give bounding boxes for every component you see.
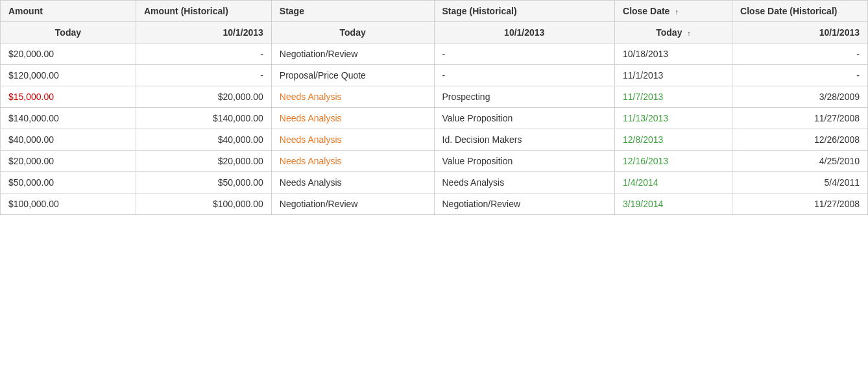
cell-close-date-1: 11/1/2013 [615,65,732,86]
cell-close-date-2: 11/7/2013 [615,86,732,108]
table-row: $50,000.00$50,000.00Needs AnalysisNeeds … [1,172,868,194]
cell-stage-hist-7: Negotiation/Review [434,194,615,215]
data-table: Amount Amount (Historical) Stage Stage (… [0,0,868,215]
cell-close-date-hist-1: - [732,65,868,86]
col-label-amount-hist: Amount (Historical) [144,6,228,16]
cell-stage-hist-2: Prospecting [434,86,615,108]
cell-close-date-hist-4: 12/26/2008 [732,129,868,151]
subheader-stage-hist[interactable]: 10/1/2013 [434,22,615,44]
cell-close-date-hist-2: 3/28/2009 [732,86,868,108]
cell-stage-hist-6: Needs Analysis [434,172,615,194]
cell-amount-hist-7: $100,000.00 [136,194,271,215]
table-row: $140,000.00$140,000.00Needs AnalysisValu… [1,108,868,129]
cell-close-date-hist-6: 5/4/2011 [732,172,868,194]
subheader-stage[interactable]: Today [271,22,434,44]
subheader-label-stage-hist: 10/1/2013 [504,27,544,38]
cell-close-date-hist-0: - [732,44,868,65]
cell-amount-hist-2: $20,000.00 [136,86,271,108]
subheader-label-amount-hist: 10/1/2013 [223,27,263,38]
cell-amount-hist-3: $140,000.00 [136,108,271,129]
table-row: $20,000.00$20,000.00Needs AnalysisValue … [1,151,868,172]
cell-stage-hist-5: Value Proposition [434,151,615,172]
col-label-close-date: Close Date [623,6,669,16]
cell-amount-6: $50,000.00 [1,172,136,194]
cell-stage-7: Negotiation/Review [271,194,434,215]
cell-amount-0: $20,000.00 [1,44,136,65]
col-label-amount: Amount [8,6,43,16]
subheader-row: Today 10/1/2013 Today 10/1/2013 Today ↑ … [1,22,868,44]
cell-amount-5: $20,000.00 [1,151,136,172]
col-label-close-date-hist: Close Date (Historical) [740,6,837,16]
subheader-amount-hist[interactable]: 10/1/2013 [136,22,271,44]
table-row: $120,000.00-Proposal/Price Quote-11/1/20… [1,65,868,86]
table-row: $40,000.00$40,000.00Needs AnalysisId. De… [1,129,868,151]
cell-amount-hist-4: $40,000.00 [136,129,271,151]
cell-stage-hist-4: Id. Decision Makers [434,129,615,151]
cell-close-date-5: 12/16/2013 [615,151,732,172]
cell-close-date-hist-7: 11/27/2008 [732,194,868,215]
cell-amount-hist-0: - [136,44,271,65]
cell-amount-4: $40,000.00 [1,129,136,151]
sort-asc-icon: ↑ [675,8,679,16]
cell-close-date-7: 3/19/2014 [615,194,732,215]
col-header-close-date[interactable]: Close Date ↑ [615,1,732,22]
table-row: $15,000.00$20,000.00Needs AnalysisProspe… [1,86,868,108]
table-row: $100,000.00$100,000.00Negotiation/Review… [1,194,868,215]
cell-stage-3: Needs Analysis [271,108,434,129]
cell-amount-hist-1: - [136,65,271,86]
cell-amount-7: $100,000.00 [1,194,136,215]
subheader-close-date[interactable]: Today ↑ [615,22,732,44]
col-header-amount[interactable]: Amount [1,1,136,22]
cell-stage-2: Needs Analysis [271,86,434,108]
col-header-close-date-hist[interactable]: Close Date (Historical) [732,1,868,22]
subheader-label-close-date: Today [656,27,682,38]
cell-stage-4: Needs Analysis [271,129,434,151]
cell-stage-hist-0: - [434,44,615,65]
subheader-close-date-hist[interactable]: 10/1/2013 [732,22,868,44]
cell-stage-hist-1: - [434,65,615,86]
table-row: $20,000.00-Negotiation/Review-10/18/2013… [1,44,868,65]
table-body: $20,000.00-Negotiation/Review-10/18/2013… [1,44,868,215]
subheader-label-stage: Today [340,27,366,38]
col-label-stage: Stage [280,6,304,16]
col-header-amount-hist[interactable]: Amount (Historical) [136,1,271,22]
cell-close-date-3: 11/13/2013 [615,108,732,129]
cell-stage-6: Needs Analysis [271,172,434,194]
sort-up-icon: ↑ [687,29,691,37]
cell-amount-1: $120,000.00 [1,65,136,86]
subheader-amount[interactable]: Today [1,22,136,44]
cell-close-date-hist-5: 4/25/2010 [732,151,868,172]
cell-close-date-hist-3: 11/27/2008 [732,108,868,129]
cell-amount-2: $15,000.00 [1,86,136,108]
cell-stage-0: Negotiation/Review [271,44,434,65]
col-header-stage-hist[interactable]: Stage (Historical) [434,1,615,22]
cell-stage-hist-3: Value Proposition [434,108,615,129]
col-header-stage[interactable]: Stage [271,1,434,22]
cell-close-date-4: 12/8/2013 [615,129,732,151]
cell-stage-1: Proposal/Price Quote [271,65,434,86]
cell-close-date-0: 10/18/2013 [615,44,732,65]
col-label-stage-hist: Stage (Historical) [442,6,517,16]
cell-close-date-6: 1/4/2014 [615,172,732,194]
cell-amount-hist-6: $50,000.00 [136,172,271,194]
cell-amount-hist-5: $20,000.00 [136,151,271,172]
header-row: Amount Amount (Historical) Stage Stage (… [1,1,868,22]
cell-stage-5: Needs Analysis [271,151,434,172]
cell-amount-3: $140,000.00 [1,108,136,129]
subheader-label-close-date-hist: 10/1/2013 [819,27,860,38]
subheader-label-amount: Today [55,27,81,38]
